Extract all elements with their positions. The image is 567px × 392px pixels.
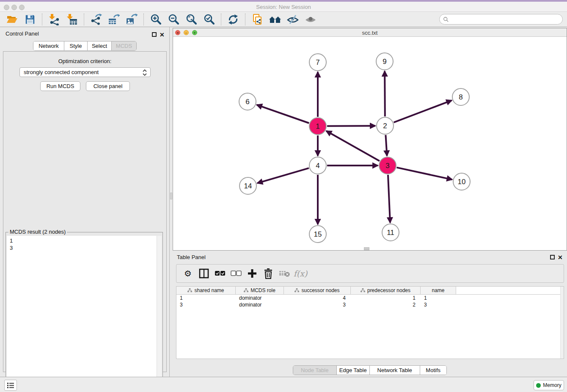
network-titlebar[interactable]: ✕ − + scc.txt [173, 28, 567, 37]
column-type-icon [187, 288, 192, 293]
show-all-eye-icon[interactable] [304, 13, 317, 26]
export-table-icon[interactable] [107, 13, 120, 26]
table-scrollbar[interactable] [560, 287, 564, 359]
main-titlebar[interactable]: Session: New Session [0, 2, 567, 12]
function-builder-icon[interactable]: f(x) [294, 267, 307, 280]
export-image-icon[interactable] [125, 13, 138, 26]
column-header-successor-nodes[interactable]: successor nodes [284, 287, 351, 294]
deselect-all-columns-icon[interactable] [230, 267, 242, 280]
tab-network[interactable]: Network [33, 41, 64, 50]
cell-successor-nodes[interactable]: 3 [284, 301, 351, 308]
table-header-row: shared name MCDS role successor nodes pr… [176, 287, 564, 295]
tab-motifs[interactable]: Motifs [420, 366, 446, 375]
status-bar: Memory [0, 377, 567, 392]
graph-edge-2-9[interactable] [385, 71, 385, 116]
column-header-shared-name[interactable]: shared name [176, 287, 236, 294]
import-network-icon[interactable] [48, 13, 61, 26]
select-all-columns-icon[interactable] [214, 267, 226, 280]
canvas-resize-handle[interactable] [364, 247, 369, 250]
cell-successor-nodes[interactable]: 4 [284, 295, 351, 301]
mcds-panel: Optimization criterion: strongly connect… [3, 51, 167, 372]
graph-edge-2-3[interactable] [385, 135, 387, 156]
run-mcds-button[interactable]: Run MCDS [40, 81, 80, 91]
control-panel-tabs: Network Style Select MCDS [33, 41, 137, 51]
close-panel-button[interactable]: Close panel [86, 81, 130, 91]
node-table[interactable]: shared name MCDS role successor nodes pr… [176, 286, 564, 359]
save-session-icon[interactable] [24, 13, 36, 26]
main-toolbar [0, 12, 567, 27]
graph-edge-1-6[interactable] [257, 105, 309, 123]
table-panel: Table Panel ✕ ⚙ f(x) [172, 251, 567, 377]
tab-select[interactable]: Select [88, 41, 112, 50]
cell-shared-name[interactable]: 1 [176, 295, 236, 301]
control-panel: Control Panel ✕ Network Style Select MCD… [0, 27, 169, 377]
cell-predecessor-nodes[interactable]: 2 [351, 301, 421, 308]
control-panel-float-icon[interactable] [152, 32, 157, 37]
result-scrollbar[interactable] [157, 236, 162, 391]
cell-shared-name[interactable]: 3 [176, 301, 236, 308]
clone-network-icon[interactable] [251, 13, 264, 26]
network-canvas[interactable]: 1234678910111415 [173, 37, 567, 250]
cell-name[interactable]: 3 [421, 301, 456, 308]
column-type-icon [244, 288, 248, 293]
window-title: Session: New Session [0, 4, 567, 10]
graph-edge-1-2[interactable] [327, 126, 375, 126]
network-graph[interactable]: 1234678910111415 [173, 37, 567, 250]
mcds-result-area[interactable]: 13 [7, 236, 162, 391]
table-panel-float-icon[interactable] [550, 255, 555, 259]
cell-mcds-role[interactable]: dominator [236, 301, 284, 308]
graph-node-label-6: 6 [245, 98, 249, 106]
cell-name[interactable]: 1 [421, 295, 456, 301]
delete-columns-icon[interactable] [262, 267, 275, 280]
column-type-icon [295, 288, 299, 293]
import-table-icon[interactable] [66, 13, 78, 26]
toolbar-separator [42, 14, 42, 25]
table-row[interactable]: 1 dominator 4 1 1 [176, 295, 564, 301]
graph-node-label-2: 2 [383, 122, 387, 130]
tab-style[interactable]: Style [64, 41, 88, 50]
optimization-criterion-label: Optimization criterion: [3, 58, 166, 64]
houses-icon[interactable] [269, 13, 281, 26]
refresh-icon[interactable] [227, 13, 239, 26]
toolbar-separator [84, 14, 84, 25]
column-header-name[interactable]: name [421, 287, 456, 294]
table-row[interactable]: 3 dominator 3 2 3 [176, 301, 564, 308]
zoom-fit-icon[interactable] [185, 13, 198, 26]
column-header-mcds-role[interactable]: MCDS role [236, 287, 284, 294]
panel-splitter[interactable] [169, 27, 172, 377]
graph-edge-2-8[interactable] [394, 100, 452, 122]
table-panel-close-icon[interactable]: ✕ [558, 255, 563, 260]
table-settings-icon[interactable]: ⚙ [182, 267, 194, 280]
tab-mcds[interactable]: MCDS [112, 41, 136, 50]
control-panel-close-icon[interactable]: ✕ [160, 32, 165, 37]
export-network-icon[interactable] [90, 13, 102, 26]
graph-node-label-11: 11 [387, 229, 394, 237]
graph-edge-3-10[interactable] [396, 168, 452, 179]
graph-edge-4-14[interactable] [257, 168, 309, 183]
column-header-predecessor-nodes[interactable]: predecessor nodes [351, 287, 421, 294]
tab-network-table[interactable]: Network Table [370, 366, 420, 375]
search-box[interactable] [439, 14, 563, 25]
open-session-icon[interactable] [6, 13, 19, 26]
memory-button[interactable]: Memory [534, 380, 564, 390]
table-tabs: Node Table Edge Table Network Table Moti… [293, 365, 447, 375]
memory-label: Memory [543, 382, 561, 388]
tab-edge-table[interactable]: Edge Table [337, 366, 370, 375]
task-history-button[interactable] [4, 380, 17, 391]
zoom-in-icon[interactable] [149, 13, 162, 26]
zoom-selected-icon[interactable] [203, 13, 215, 26]
add-column-icon[interactable] [246, 267, 259, 280]
criterion-dropdown[interactable]: strongly connected component [19, 67, 151, 77]
table-toolbar: ⚙ f(x) [176, 264, 564, 283]
graph-edge-3-11[interactable] [388, 175, 390, 223]
search-input[interactable] [451, 16, 562, 22]
splitter-handle[interactable] [170, 193, 172, 199]
delete-table-icon[interactable] [278, 267, 291, 280]
graph-edge-3-1[interactable] [326, 131, 380, 161]
hide-selected-eye-slash-icon[interactable] [286, 13, 299, 26]
cell-predecessor-nodes[interactable]: 1 [351, 295, 421, 301]
split-columns-icon[interactable] [198, 267, 210, 280]
tab-node-table[interactable]: Node Table [293, 366, 337, 375]
cell-mcds-role[interactable]: dominator [236, 295, 284, 301]
zoom-out-icon[interactable] [167, 13, 180, 26]
